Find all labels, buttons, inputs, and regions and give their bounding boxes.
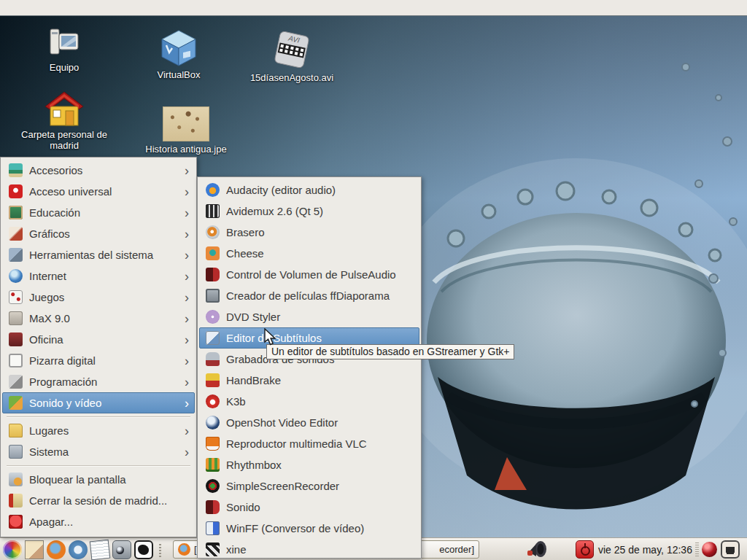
menu-item-ffdiaporama[interactable]: Creador de películas ffDiaporama — [199, 285, 419, 306]
menu-item-label: Audacity (editor audio) — [226, 184, 416, 196]
menu-item-control-volumen-pulseaudio[interactable]: Control de Volumen de PulseAudio — [199, 264, 419, 285]
menu-item-sonido-y-video[interactable]: Sonido y vídeo› — [2, 392, 195, 413]
programming-icon — [9, 375, 23, 389]
menu-item-label: Bloquear la pantalla — [29, 473, 191, 486]
sound-video-submenu: Audacity (editor audio)Avidemux 2.6 (Qt … — [197, 176, 422, 559]
menu-item-label: Herramientas del sistema — [29, 249, 185, 261]
handbrake-icon — [206, 373, 220, 387]
menu-item-cheese[interactable]: Cheese — [199, 243, 419, 264]
avi-file-icon: AVI — [271, 29, 312, 70]
menu-item-label: Creador de películas ffDiaporama — [226, 289, 416, 302]
menu-item-k3b[interactable]: K3b — [199, 391, 419, 412]
menu-item-label: Acceso universal — [29, 185, 185, 198]
avidemux-icon — [206, 204, 220, 218]
task-label: ecorder] — [439, 544, 474, 555]
menu-item-programacion[interactable]: Programación› — [2, 371, 195, 392]
text-editor-launcher-icon[interactable] — [25, 540, 44, 559]
menu-item-label: Sistema — [29, 446, 185, 458]
desktop: Equipo VirtualBox AVI 15díase — [0, 0, 747, 560]
submenu-arrow-icon: › — [185, 446, 189, 459]
menu-separator — [7, 416, 190, 417]
games-icon — [9, 290, 23, 304]
menu-item-label: Sonido — [226, 501, 416, 513]
desktop-icon-label: Equipo — [50, 62, 79, 73]
menu-item-graficos[interactable]: Gráficos› — [2, 223, 195, 244]
desktop-icon-equipo[interactable]: Equipo — [15, 26, 114, 73]
screenshot-launcher-icon[interactable] — [112, 540, 131, 559]
panel-grip[interactable] — [695, 542, 699, 556]
computer-icon — [47, 26, 81, 60]
menu-item-oficina[interactable]: Oficina› — [2, 329, 195, 350]
menu-item-handbrake[interactable]: HandBrake — [199, 370, 419, 391]
winff-icon — [206, 521, 220, 535]
logout-icon — [9, 494, 23, 508]
menu-item-label: Programación — [29, 376, 185, 388]
menu-item-max-9-0[interactable]: MaX 9.0› — [2, 308, 195, 329]
menu-item-internet[interactable]: Internet› — [2, 265, 195, 287]
whiteboard-icon — [9, 354, 23, 368]
menu-item-acceso-universal[interactable]: Acceso universal› — [2, 181, 195, 202]
desktop-icon-label: Carpeta personal de madrid — [13, 129, 115, 151]
menu-item-label: Cheese — [226, 247, 416, 260]
menu-item-avidemux[interactable]: Avidemux 2.6 (Qt 5) — [199, 201, 419, 222]
menu-button-icon[interactable] — [3, 540, 22, 559]
menu-item-pizarra-digital[interactable]: Pizarra digital› — [2, 350, 195, 371]
recording-indicator-icon[interactable] — [702, 542, 717, 557]
taskbar-launchers — [1, 540, 163, 559]
network-icon[interactable] — [721, 540, 740, 559]
submenu-arrow-icon: › — [185, 312, 189, 325]
volume-icon[interactable] — [525, 540, 549, 559]
menu-item-brasero[interactable]: Brasero — [199, 222, 419, 243]
office-icon — [9, 332, 23, 346]
graphics-icon — [9, 227, 23, 241]
firefox-launcher-icon[interactable] — [47, 540, 66, 559]
menu-item-label: Internet — [29, 270, 185, 282]
menu-item-label: Juegos — [29, 291, 185, 303]
menu-item-educacion[interactable]: Educación› — [2, 202, 195, 223]
menu-item-winff[interactable]: WinFF (Conversor de vídeo) — [199, 518, 419, 539]
tooltip-text: Un editor de subtítulos basado en GStrea… — [271, 346, 509, 357]
desktop-icon-home-folder[interactable]: Carpeta personal de madrid — [13, 90, 115, 151]
menu-item-label: Oficina — [29, 333, 185, 346]
menu-item-apagar[interactable]: Apagar... — [2, 511, 195, 532]
menu-item-openshot[interactable]: OpenShot Video Editor — [199, 412, 419, 433]
taskbar-separator — [159, 542, 161, 557]
menu-item-simplescreenrecorder[interactable]: SimpleScreenRecorder — [199, 475, 419, 497]
chromium-launcher-icon[interactable] — [69, 540, 88, 559]
submenu-arrow-icon: › — [185, 185, 189, 198]
menu-item-accesorios[interactable]: Accesorios› — [2, 160, 195, 181]
menu-item-label: Sonido y vídeo — [29, 397, 185, 409]
recorder-launcher-icon[interactable] — [134, 540, 153, 559]
menu-item-audacity[interactable]: Audacity (editor audio) — [199, 179, 419, 201]
menu-item-sonido[interactable]: Sonido — [199, 497, 419, 518]
menu-item-label: K3b — [226, 395, 416, 408]
menu-separator — [7, 465, 190, 466]
menu-item-label: MaX 9.0 — [29, 312, 185, 324]
menu-item-label: Control de Volumen de PulseAudio — [226, 268, 416, 281]
rhythmbox-icon — [206, 458, 220, 472]
menu-item-label: OpenShot Video Editor — [226, 416, 416, 429]
menu-item-sistema[interactable]: Sistema› — [2, 441, 195, 462]
menu-item-lugares[interactable]: Lugares› — [2, 420, 195, 441]
submenu-arrow-icon: › — [185, 228, 189, 241]
menu-item-herramientas-del-sistema[interactable]: Herramientas del sistema› — [2, 244, 195, 265]
menu-item-xine[interactable]: xine — [199, 539, 419, 560]
tooltip: Un editor de subtítulos basado en GStrea… — [266, 344, 514, 359]
desktop-icon-avi-file[interactable]: AVI 15díasenAgosto.avi — [237, 29, 347, 83]
menu-item-cerrar-sesion[interactable]: Cerrar la sesión de madrid... — [2, 490, 195, 511]
menu-item-rhythmbox[interactable]: Rhythmbox — [199, 454, 419, 475]
menu-item-bloquear-pantalla[interactable]: Bloquear la pantalla — [2, 469, 195, 490]
menu-item-vlc[interactable]: Reproductor multimedia VLC — [199, 433, 419, 454]
clock[interactable]: vie 25 de may, 12:36 — [598, 538, 692, 560]
max-icon — [9, 311, 23, 325]
menu-item-label: Avidemux 2.6 (Qt 5) — [226, 205, 416, 217]
menu-item-label: Educación — [29, 206, 185, 219]
desktop-icon-virtualbox[interactable]: VirtualBox — [129, 29, 228, 80]
menu-item-dvd-styler[interactable]: DVD Styler — [199, 306, 419, 327]
notes-launcher-icon[interactable] — [90, 539, 111, 560]
submenu-arrow-icon: › — [185, 164, 189, 177]
menu-item-label: Editor de Subtítulos — [226, 332, 416, 344]
power-indicator-icon[interactable] — [576, 540, 594, 559]
menu-item-juegos[interactable]: Juegos› — [2, 287, 195, 308]
submenu-arrow-icon: › — [185, 291, 189, 304]
